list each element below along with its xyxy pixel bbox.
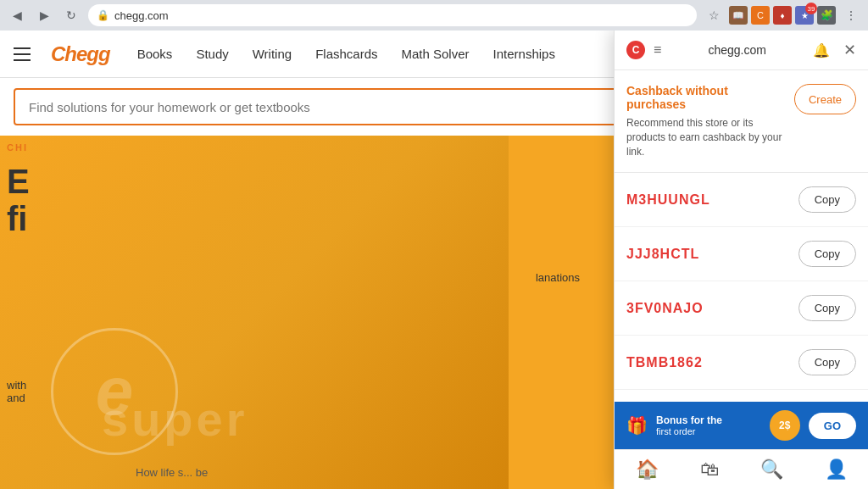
page-area: Chegg Books Study Writing Flashcards Mat… [0, 31, 868, 489]
super-watermark: super [102, 392, 248, 447]
panel-nav-search[interactable]: 🔍 [760, 458, 783, 481]
forward-button[interactable]: ▶ [34, 5, 54, 25]
copy-button-4[interactable]: Copy [798, 349, 856, 375]
ext-icon-3[interactable]: ♦ [773, 6, 792, 25]
nav-item-books[interactable]: Books [127, 40, 183, 68]
cashback-text-area: Cashback without purchases Recommend thi… [626, 84, 784, 158]
nav-item-writing[interactable]: Writing [242, 40, 302, 68]
hero-big-text-e: E [7, 163, 30, 200]
panel-logo: C [626, 41, 645, 59]
browser-chrome: ◀ ▶ ↻ 🔒 chegg.com ☆ 📖 C ♦ ★ 39 🧩 ⋮ [0, 0, 868, 31]
ext-icon-2[interactable]: C [751, 6, 770, 25]
cashback-description: Recommend this store or its products to … [626, 116, 784, 158]
how-text: How life s... be [136, 466, 208, 479]
back-button[interactable]: ◀ [7, 5, 27, 25]
nav-item-flashcards[interactable]: Flashcards [305, 40, 387, 68]
code-row-3: 3FV0NAJO Copy [615, 281, 868, 336]
profile-icon: 👤 [825, 458, 848, 481]
home-icon: 🏠 [636, 458, 659, 481]
hamburger-line [14, 47, 31, 49]
code-text-2: JJJ8HCTL [626, 247, 699, 262]
code-text-1: M3HUUNGL [626, 192, 710, 208]
code-row-4: TBMB1862 Copy [615, 336, 868, 390]
lock-icon: 🔒 [97, 9, 109, 21]
address-bar[interactable]: 🔒 chegg.com [88, 4, 697, 26]
panel-bottom-nav: 🏠 🛍 🔍 👤 [615, 449, 868, 489]
hero-with-text: with and [7, 379, 26, 404]
browser-toolbar: ◀ ▶ ↻ 🔒 chegg.com ☆ 📖 C ♦ ★ 39 🧩 ⋮ [0, 0, 868, 31]
panel-title: chegg.com [670, 43, 804, 57]
panel-bell-icon[interactable]: 🔔 [813, 42, 830, 58]
ext-icon-1[interactable]: 📖 [729, 6, 748, 25]
code-text-4: TBMB1862 [626, 355, 703, 370]
hero-big-text-fi: fi [7, 200, 30, 237]
search-icon: 🔍 [760, 458, 783, 481]
ext-badge[interactable]: ★ 39 [795, 6, 814, 25]
create-button[interactable]: Create [794, 84, 856, 114]
coin-amount: 2$ [779, 420, 790, 431]
hamburger-button[interactable] [14, 41, 41, 68]
hero-with: with [7, 379, 26, 392]
panel-nav-profile[interactable]: 👤 [825, 458, 848, 481]
codes-list: M3HUUNGL Copy JJJ8HCTL Copy 3FV0NAJO Cop… [615, 173, 868, 402]
chegg-logo[interactable]: Chegg [51, 42, 110, 66]
chegg-nav-items: Books Study Writing Flashcards Math Solv… [127, 40, 565, 68]
go-button[interactable]: GO [809, 413, 856, 439]
copy-button-2[interactable]: Copy [798, 241, 856, 267]
coin-badge: 2$ [770, 410, 800, 441]
hero-chi-label: CHI [7, 142, 28, 153]
hero-person-area: e [0, 136, 509, 489]
panel-nav-home[interactable]: 🏠 [636, 458, 659, 481]
bonus-gift-icon: 🎁 [626, 415, 648, 436]
url-text: chegg.com [114, 9, 688, 22]
nav-item-internships[interactable]: Internships [483, 40, 565, 68]
bonus-bar: 🎁 Bonus for the first order 2$ GO [615, 402, 868, 449]
cashback-panel: C ≡ chegg.com 🔔 ✕ Cashback without purch… [614, 31, 868, 489]
panel-header: C ≡ chegg.com 🔔 ✕ [615, 31, 868, 70]
panel-close-button[interactable]: ✕ [843, 41, 856, 59]
cashback-section: Cashback without purchases Recommend thi… [615, 70, 868, 173]
explanations-text: lanations [536, 271, 580, 284]
bonus-title: Bonus for the [656, 414, 761, 426]
cashback-title: Cashback without purchases [626, 84, 784, 111]
bookmark-button[interactable]: ☆ [704, 5, 724, 25]
code-row-2: JJJ8HCTL Copy [615, 227, 868, 281]
more-button[interactable]: ⋮ [841, 5, 861, 25]
panel-logo-letter: C [632, 44, 640, 56]
hamburger-line [14, 53, 31, 55]
copy-button-3[interactable]: Copy [798, 295, 856, 321]
bonus-text-area: Bonus for the first order [656, 414, 761, 436]
panel-menu-icon[interactable]: ≡ [654, 42, 661, 58]
badge-count: 39 [805, 3, 817, 14]
hero-big-text: E fi [7, 163, 30, 237]
nav-item-math-solver[interactable]: Math Solver [392, 40, 480, 68]
copy-button-1[interactable]: Copy [798, 186, 856, 213]
bonus-subtitle: first order [656, 426, 761, 436]
hero-and: and [7, 392, 26, 404]
extension-icons: 📖 C ♦ ★ 39 🧩 [729, 6, 836, 25]
panel-nav-shop[interactable]: 🛍 [700, 458, 719, 481]
nav-item-study[interactable]: Study [186, 40, 238, 68]
refresh-button[interactable]: ↻ [61, 5, 81, 25]
ext-icon-puzzle[interactable]: 🧩 [817, 6, 836, 25]
browser-actions: ☆ 📖 C ♦ ★ 39 🧩 ⋮ [704, 5, 861, 25]
code-row-1: M3HUUNGL Copy [615, 173, 868, 227]
hamburger-line [14, 59, 31, 61]
code-text-3: 3FV0NAJO [626, 301, 704, 316]
shop-icon: 🛍 [700, 458, 719, 481]
